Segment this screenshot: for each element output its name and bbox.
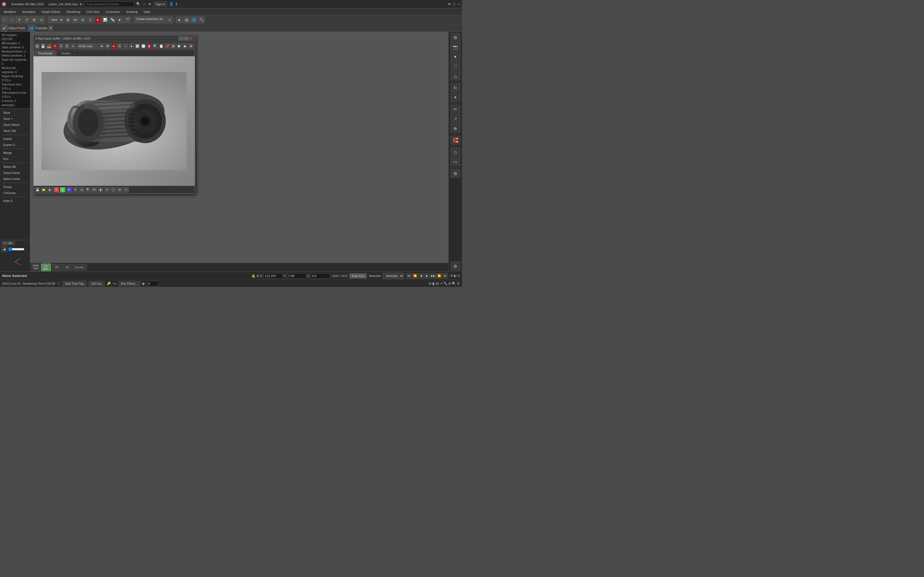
left-menu-select-none[interactable]: Select None [0, 170, 30, 176]
left-menu-select-all[interactable]: Select All [0, 164, 30, 170]
vray-settings-btn[interactable]: ⚙ [188, 43, 194, 49]
vray-stop-btn[interactable]: ✕ [53, 43, 58, 49]
tb-render[interactable]: 🎬 [124, 16, 131, 23]
menu-customize[interactable]: Customize [103, 9, 123, 14]
right-diamond-btn[interactable]: ◇ [451, 148, 460, 156]
vray-eye-btn[interactable]: 👁 [105, 43, 110, 49]
vray-zoom-btn[interactable]: 🔍 [153, 43, 158, 49]
search-input[interactable] [84, 2, 134, 7]
vray-bot-g[interactable]: G [60, 187, 65, 193]
bottom-icon-1[interactable]: ⊕ [429, 282, 431, 285]
bottom-icon-7[interactable]: 🔍 [452, 282, 456, 285]
tb2-settings[interactable]: ▼ [48, 26, 53, 31]
vray-bot-blend[interactable]: ⊕ [79, 187, 84, 193]
vray-tab-thumbnail[interactable]: Thumbnail [34, 50, 57, 56]
vray-alpha-a[interactable]: A [58, 43, 64, 49]
key-filters-btn[interactable]: Key Filters... [118, 281, 140, 286]
z-coord-field[interactable] [311, 273, 330, 279]
bottom-icon-6[interactable]: ⊟ [448, 282, 451, 285]
left-menu-save-select[interactable]: Save Select [0, 122, 30, 128]
bottom-icon-4[interactable]: ↗ [440, 282, 443, 285]
custom-btn[interactable]: Cus Att... [73, 264, 87, 271]
extra-icon-2[interactable]: ⊡ [457, 274, 460, 277]
left-menu-import[interactable]: Import [0, 136, 30, 142]
play-btn[interactable]: ▶ [424, 273, 430, 279]
dist-btn-2[interactable]: 10 [62, 264, 72, 271]
add-time-tag-btn[interactable]: Add Time Tag [62, 281, 87, 286]
vray-power-btn[interactable]: ⏻ [35, 43, 40, 49]
selected-dropdown[interactable]: Selected [383, 273, 404, 279]
bottom-icon-3[interactable]: ⊞ [436, 282, 439, 285]
star-icon[interactable]: ★ [148, 2, 152, 6]
right-transform-btn[interactable]: ⊕ [451, 124, 460, 133]
vray-del-btn[interactable]: 🗑 [147, 43, 152, 49]
right-cone-btn[interactable]: △ [451, 71, 460, 80]
play-prev-frame[interactable]: ◀ [418, 273, 424, 279]
play-next-next[interactable]: ⏭ [443, 273, 448, 279]
tb-lamp[interactable]: ⊙ [38, 16, 45, 23]
tb-render2[interactable]: ▤ [183, 16, 190, 23]
tb-scale[interactable]: ⊞ [31, 16, 37, 23]
vray-bot-rgb[interactable]: R [53, 187, 59, 193]
left-menu-save-plus[interactable]: Save + [0, 116, 30, 122]
tb2-paint[interactable]: 🖌 [1, 25, 8, 31]
vray-bot-clamp[interactable]: ◧ [98, 187, 103, 193]
tb-snap[interactable]: ⊞ [65, 16, 71, 23]
vray-save-btn[interactable]: 💾 [41, 43, 46, 49]
vray-bot-exposure[interactable]: ☀ [104, 187, 110, 193]
vray-bot-pixel[interactable]: ✦ [123, 187, 129, 193]
vray-tab-details[interactable]: Details [57, 50, 75, 56]
left-menu-export[interactable]: Export S [0, 142, 30, 148]
vray-record-btn[interactable]: ● [111, 43, 116, 49]
vray-copy-btn[interactable]: 📋 [159, 43, 164, 49]
play-icon-bottom[interactable]: ▶ [142, 282, 145, 285]
right-loop-btn[interactable]: ↻ [451, 83, 460, 92]
vray-bot-save[interactable]: 💾 [35, 187, 40, 193]
vray-bot-fx[interactable]: FX [92, 187, 97, 193]
right-camera-btn[interactable]: 📷 [451, 43, 460, 52]
vray-bot-alpha[interactable]: A [73, 187, 78, 193]
right-magnet-btn[interactable]: 🧲 [451, 136, 460, 145]
bottom-icon-5[interactable]: 🔧 [443, 282, 447, 285]
right-star-btn[interactable]: ✦ [451, 93, 460, 102]
vray-paste-btn[interactable]: 📌 [165, 43, 170, 49]
vray-bot-b[interactable]: B [66, 187, 72, 193]
signin-button[interactable]: Sign In [154, 2, 167, 6]
vray-bot-open[interactable]: 📂 [41, 187, 47, 193]
left-menu-hide-s[interactable]: Hide S [0, 198, 30, 204]
play-next[interactable]: ⏩ [436, 273, 442, 279]
vray-maximize[interactable]: □ [184, 37, 188, 40]
minimize-icon[interactable]: ─ [457, 2, 460, 6]
left-nav-back[interactable]: ◀ [1, 246, 7, 252]
close-icon[interactable]: ✕ [448, 2, 451, 6]
create-selection-btn[interactable]: Create Selection Se [134, 16, 166, 23]
menu-help[interactable]: Help [141, 9, 153, 14]
tb-layers[interactable]: ≡ [166, 16, 173, 23]
vray-save-plus-btn[interactable]: 📤 [47, 43, 52, 49]
left-menu-ungroup[interactable]: UnGroup [0, 190, 30, 196]
rgb-color-dropdown[interactable]: RGB color [76, 43, 105, 49]
vray-bot-region[interactable]: ⊟ [117, 187, 123, 193]
timeline-slider[interactable] [8, 248, 24, 251]
tb-align[interactable]: ⊟ [79, 16, 86, 23]
x-coord-field[interactable] [263, 273, 283, 279]
tb-graph[interactable]: 📊 [102, 16, 108, 23]
left-menu-env[interactable]: Env [0, 156, 30, 162]
set-key-btn[interactable]: Set Key [89, 281, 105, 286]
menu-scripting[interactable]: Scripting [123, 9, 141, 14]
plan-btn[interactable]: 2D plan [41, 263, 51, 271]
vray-bot-play[interactable]: ▶ [47, 187, 53, 193]
right-grid-btn[interactable]: ⊞ [451, 33, 460, 42]
bottom-icon-2[interactable]: ◧ [432, 282, 435, 285]
right-rect-btn[interactable]: ▭ [451, 157, 460, 166]
play-prev[interactable]: ⏪ [412, 273, 418, 279]
settings-icon[interactable]: ⚙ [450, 274, 453, 277]
tb-move[interactable]: ✛ [16, 16, 23, 23]
auto-key-btn[interactable]: Auto Key [349, 273, 367, 278]
left-menu-merge[interactable]: Merge [0, 150, 30, 156]
tb-extra[interactable]: 🔧 [198, 16, 205, 23]
menu-animation[interactable]: Animation [19, 9, 39, 14]
menu-graph-editors[interactable]: Graph Editors [39, 9, 63, 14]
vray-menu-btn[interactable]: ≡ [70, 43, 76, 49]
extra-icon-1[interactable]: ◧ [454, 274, 457, 277]
